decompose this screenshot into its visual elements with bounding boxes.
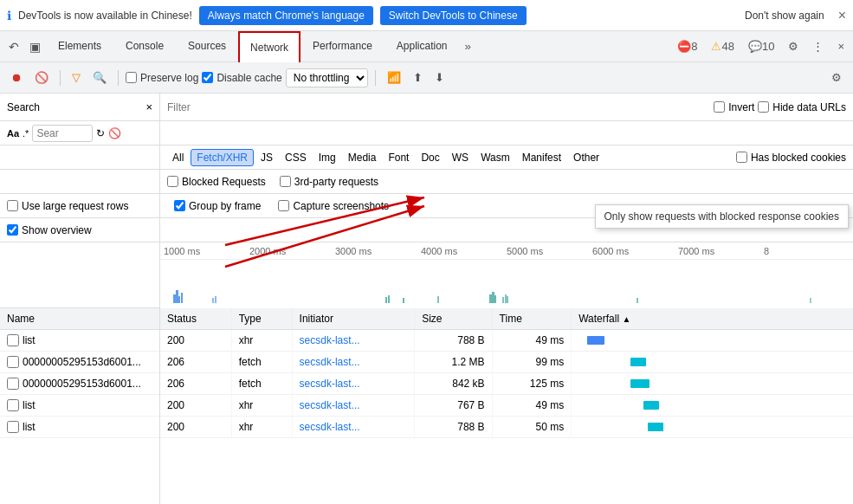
- filter-ws[interactable]: WS: [447, 150, 474, 165]
- initiator-link[interactable]: secsdk-last...: [300, 334, 360, 346]
- waterfall-cell: [572, 417, 853, 438]
- initiator-link[interactable]: secsdk-last...: [300, 399, 360, 411]
- close-devtools-button[interactable]: ×: [832, 36, 850, 56]
- svg-rect-14: [505, 294, 507, 303]
- block-search-button[interactable]: 🚫: [108, 127, 121, 139]
- capture-screenshots-checkbox[interactable]: [278, 200, 289, 211]
- tab-performance[interactable]: Performance: [300, 31, 384, 62]
- preserve-log-checkbox[interactable]: [126, 72, 137, 83]
- row-checkbox[interactable]: [7, 356, 19, 368]
- aa-button[interactable]: Aa: [7, 128, 19, 139]
- table-data-row: 200 xhr secsdk-last... 788 B 50 ms: [160, 417, 853, 438]
- search-toolbar-button[interactable]: 🔍: [88, 68, 111, 87]
- initiator-link[interactable]: secsdk-last...: [300, 421, 360, 433]
- filter-fetch-xhr[interactable]: Fetch/XHR: [191, 149, 254, 166]
- filter-all[interactable]: All: [167, 150, 189, 165]
- upload-icon[interactable]: ⬆: [409, 68, 427, 87]
- more-tabs-button[interactable]: »: [460, 36, 476, 56]
- name-table: Name list 00000005295153d6001... 0000000…: [0, 308, 159, 438]
- filter-img[interactable]: Img: [313, 150, 341, 165]
- filter-types-left: [0, 145, 160, 169]
- info-icon: ℹ: [7, 9, 11, 23]
- group-by-frame-group: Group by frame: [174, 200, 261, 212]
- toolbar-end: ⚙: [827, 68, 846, 87]
- tab-elements[interactable]: Elements: [46, 31, 113, 62]
- refresh-search-button[interactable]: ↻: [96, 127, 105, 139]
- settings-button[interactable]: ⚙: [783, 36, 804, 56]
- filter-types-container: All Fetch/XHR JS CSS Img Media Font Doc …: [160, 145, 853, 169]
- switch-chinese-button[interactable]: Switch DevTools to Chinese: [380, 6, 527, 25]
- row-checkbox[interactable]: [7, 399, 19, 411]
- filter-wasm[interactable]: Wasm: [475, 150, 515, 165]
- table-data-row: 200 xhr secsdk-last... 767 B 49 ms: [160, 395, 853, 417]
- blocked-requests-row: Blocked Requests 3rd-party requests: [0, 170, 853, 194]
- record-button[interactable]: ⏺: [7, 68, 27, 87]
- main-content: ⏺ 🚫 ▽ 🔍 Preserve log Disable cache No th…: [0, 62, 853, 504]
- blocked-requests-label: Blocked Requests: [182, 176, 266, 188]
- timeline-chart: [160, 260, 853, 308]
- tick-8: 8: [764, 246, 850, 256]
- group-by-frame-label: Group by frame: [189, 200, 261, 212]
- use-large-rows-checkbox[interactable]: [7, 200, 18, 211]
- regex-button[interactable]: .*: [23, 128, 29, 139]
- tab-sources[interactable]: Sources: [176, 31, 238, 62]
- tooltip-box: Only show requests with blocked response…: [595, 204, 849, 229]
- filter-manifest[interactable]: Manifest: [517, 150, 566, 165]
- timeline-ruler: 1000 ms 2000 ms 3000 ms 4000 ms 5000 ms …: [160, 242, 853, 260]
- preserve-log-label: Preserve log: [140, 72, 198, 84]
- search-label: Search: [7, 101, 40, 113]
- network-settings-button[interactable]: ⚙: [827, 68, 846, 87]
- table-row: 00000005295153d6001...: [0, 352, 159, 373]
- download-icon[interactable]: ⬇: [430, 68, 449, 87]
- group-by-frame-checkbox[interactable]: [174, 200, 185, 211]
- more-actions-button[interactable]: ⋮: [807, 36, 829, 56]
- hide-data-urls-checkbox[interactable]: [758, 101, 769, 113]
- match-language-button[interactable]: Always match Chrome's language: [199, 6, 373, 25]
- dont-show-button[interactable]: Don't show again: [745, 10, 824, 22]
- third-party-checkbox[interactable]: [280, 176, 291, 187]
- filter-font[interactable]: Font: [383, 150, 414, 165]
- row-checkbox[interactable]: [7, 378, 19, 390]
- row-name: list: [23, 334, 36, 346]
- tab-application[interactable]: Application: [384, 31, 460, 62]
- search-close-button[interactable]: ×: [145, 100, 152, 113]
- message-badge[interactable]: 💬10: [743, 36, 779, 56]
- svg-rect-12: [494, 295, 496, 303]
- initiator-link[interactable]: secsdk-last...: [300, 378, 360, 390]
- warning-badge[interactable]: ⚠48: [706, 36, 739, 56]
- waterfall-bar: [630, 358, 646, 366]
- filter-media[interactable]: Media: [343, 150, 382, 165]
- filter-input[interactable]: [196, 101, 709, 113]
- filter-doc[interactable]: Doc: [416, 150, 444, 165]
- show-overview-checkbox[interactable]: [7, 224, 18, 236]
- filter-icon-button[interactable]: ▽: [68, 68, 85, 87]
- show-overview-label: Show overview: [22, 224, 92, 236]
- blocked-left: [0, 170, 160, 193]
- search-inner-input[interactable]: [32, 125, 93, 142]
- blocked-requests-checkbox[interactable]: [167, 176, 178, 187]
- notif-text: DevTools is now available in Chinese!: [18, 10, 192, 22]
- filter-js[interactable]: JS: [255, 150, 278, 165]
- back-icon[interactable]: ↶: [3, 36, 24, 57]
- inspect-icon[interactable]: ▣: [24, 36, 46, 57]
- svg-rect-5: [215, 296, 216, 303]
- disable-cache-checkbox[interactable]: [202, 72, 213, 83]
- clear-button[interactable]: 🚫: [30, 68, 53, 87]
- separator-3: [375, 70, 376, 86]
- filter-other[interactable]: Other: [568, 150, 604, 165]
- filter-css[interactable]: CSS: [280, 150, 312, 165]
- tab-console[interactable]: Console: [113, 31, 176, 62]
- invert-checkbox[interactable]: [714, 101, 725, 113]
- row-checkbox[interactable]: [7, 334, 19, 346]
- throttle-select[interactable]: No throttling: [286, 68, 368, 87]
- wifi-icon[interactable]: 📶: [383, 68, 405, 87]
- error-badge[interactable]: ⛔8: [672, 36, 702, 56]
- tab-network[interactable]: Network: [238, 31, 300, 62]
- time-cell: 125 ms: [492, 373, 572, 395]
- initiator-cell: secsdk-last...: [292, 330, 415, 352]
- row-checkbox[interactable]: [7, 421, 19, 433]
- initiator-link[interactable]: secsdk-last...: [300, 356, 360, 368]
- blocked-cookies-checkbox[interactable]: [736, 152, 747, 163]
- notif-close-button[interactable]: ×: [838, 8, 846, 23]
- svg-rect-8: [403, 298, 404, 303]
